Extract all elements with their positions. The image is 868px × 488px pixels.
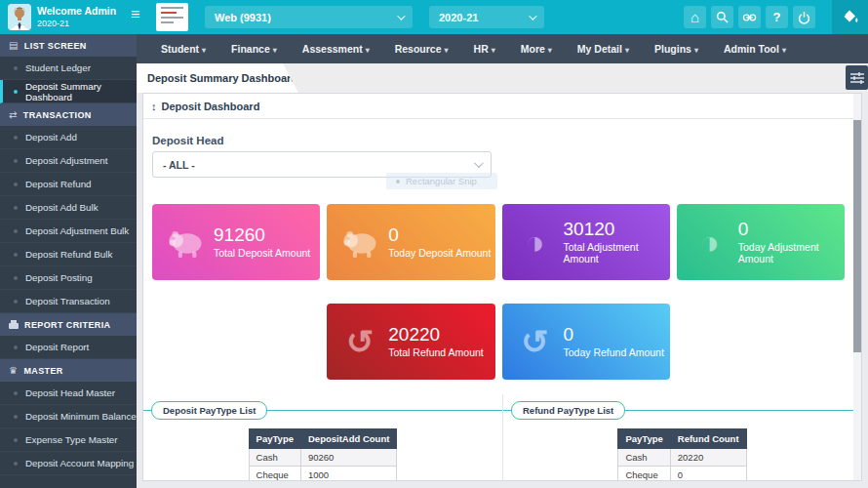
sidebar-item-deposit-minimum-balance[interactable]: Deposit Minimum Balance	[0, 405, 137, 428]
menu-assessment[interactable]: Assessment▾	[290, 43, 382, 55]
menu-student[interactable]: Student▾	[148, 43, 218, 55]
sidebar-item-student-ledger[interactable]: Student Ledger	[0, 57, 137, 80]
avatar[interactable]	[8, 4, 31, 30]
bullet-icon	[14, 136, 18, 140]
menu-hr[interactable]: HR▾	[461, 43, 508, 55]
search-button[interactable]	[711, 6, 733, 28]
question-icon: ?	[773, 10, 781, 24]
logout-button[interactable]	[793, 6, 815, 28]
table-row: Cheque 0	[618, 467, 746, 481]
card-value: 30120	[564, 220, 670, 240]
sidebar-item-deposit-head-master[interactable]: Deposit Head Master	[0, 382, 137, 405]
bullet-icon	[14, 415, 18, 419]
help-button[interactable]: ?	[766, 6, 788, 28]
menu-finance[interactable]: Finance▾	[218, 43, 290, 55]
breadcrumb: ↕ Deposit Dashboard	[143, 94, 861, 119]
hamburger-menu-icon[interactable]: ≡	[131, 6, 139, 23]
sidebar-item-label: Deposit Account Mapping	[25, 458, 134, 468]
caret-down-icon: ▾	[548, 46, 552, 55]
menu-label: More	[521, 43, 545, 55]
sidebar-item-deposit-adjustment[interactable]: Deposit Adjustment	[0, 149, 137, 173]
undo-icon: ↺	[515, 325, 556, 358]
caret-down-icon: ▾	[625, 46, 629, 55]
menu-label: My Detail	[577, 43, 622, 55]
sidebar-item-deposit-summary-dashboard[interactable]: Deposit Summary Dashboard	[0, 80, 137, 103]
user-avatar-icon	[8, 4, 31, 30]
menu-more[interactable]: More▾	[508, 43, 565, 55]
card-today-adjustment: ◑ 0Today Adjustment Amount	[677, 204, 845, 280]
card-total-refund: ↺ 20220Total Refund Amount	[327, 304, 494, 380]
sidebar-item-deposit-account-mapping[interactable]: Deposit Account Mapping	[0, 452, 137, 475]
bullet-icon	[14, 159, 18, 163]
sidebar-item-label: Deposit Transaction	[25, 296, 110, 306]
card-label: Today Deposit Amount	[388, 247, 491, 259]
sidebar-item-expense-type-master[interactable]: Expense Type Master	[0, 428, 137, 452]
menu-label: HR	[474, 43, 489, 55]
column-header: Refund Count	[670, 429, 746, 449]
column-header: DepositAdd Count	[300, 429, 396, 449]
deposit-paytype-legend: Deposit PayType List	[151, 401, 267, 420]
table-row: Cash 20220	[618, 449, 746, 467]
section-title: TRANSACTION	[23, 110, 92, 120]
card-label: Total Adjustment Amount	[564, 241, 670, 264]
card-today-deposit: 0Today Deposit Amount	[327, 204, 494, 280]
link-icon	[742, 13, 757, 22]
sidebar-item-deposit-posting[interactable]: Deposit Posting	[0, 266, 137, 290]
adjust-icon: ◑	[690, 225, 730, 259]
sidebar-item-label: Deposit Add Bulk	[25, 202, 99, 213]
card-value: 0	[388, 225, 491, 246]
card-value: 0	[738, 220, 845, 240]
theme-button[interactable]	[832, 0, 868, 34]
main-area: Student▾ Finance▾ Assessment▾ Resource▾ …	[137, 34, 868, 488]
home-button[interactable]: ⌂	[684, 6, 706, 28]
vertical-scrollbar[interactable]	[853, 94, 861, 480]
menu-admin-tool[interactable]: Admin Tool▾	[711, 43, 799, 55]
bullet-icon	[14, 90, 18, 94]
tab-options-button[interactable]	[846, 65, 868, 90]
bullet-icon	[14, 438, 18, 442]
deposit-paytype-section: Deposit PayType List PayType DepositAdd …	[143, 394, 502, 480]
dashboard-panel: ↕ Deposit Dashboard Deposit Head - ALL -…	[142, 93, 862, 481]
sidebar-item-deposit-transaction[interactable]: Deposit Transaction	[0, 290, 137, 313]
sidebar-item-deposit-report[interactable]: Deposit Report	[0, 336, 137, 359]
sidebar-item-deposit-add-bulk[interactable]: Deposit Add Bulk	[0, 196, 137, 220]
card-value: 91260	[214, 225, 310, 246]
bullet-icon	[14, 391, 18, 395]
card-label: Total Deposit Amount	[214, 247, 310, 259]
menu-resource[interactable]: Resource▾	[382, 43, 461, 55]
bullet-icon	[14, 229, 18, 233]
cell-count: 1000	[300, 467, 396, 481]
web-version-dropdown[interactable]: Web (9931)	[205, 6, 413, 28]
card-total-deposit: 91260Total Deposit Amount	[152, 204, 320, 280]
bullet-icon	[14, 346, 18, 349]
sidebar-item-deposit-refund-bulk[interactable]: Deposit Refund Bulk	[0, 243, 137, 266]
caret-down-icon: ▾	[273, 46, 277, 55]
sidebar: ▤ LIST SCREEN Student Ledger Deposit Sum…	[0, 34, 137, 488]
sidebar-item-deposit-add[interactable]: Deposit Add	[0, 126, 137, 149]
list-icon: ▤	[9, 40, 19, 51]
scrollbar-thumb[interactable]	[853, 120, 861, 352]
academic-year-dropdown[interactable]: 2020-21	[429, 6, 544, 28]
sidebar-item-deposit-refund[interactable]: Deposit Refund	[0, 173, 137, 196]
menu-label: Admin Tool	[724, 43, 779, 55]
menu-label: Student	[161, 43, 199, 55]
sidebar-item-label: Deposit Adjustment	[25, 155, 107, 166]
menu-my-detail[interactable]: My Detail▾	[565, 43, 642, 55]
sidebar-item-label: Deposit Report	[25, 342, 89, 352]
deposit-head-label: Deposit Head	[152, 135, 861, 146]
sidebar-item-label: Deposit Posting	[25, 272, 93, 283]
caret-down-icon: ▾	[694, 46, 698, 55]
section-title: REPORT CRITERIA	[24, 320, 111, 330]
bullet-icon	[14, 253, 18, 257]
menu-label: Assessment	[302, 43, 363, 55]
chevron-down-icon	[474, 158, 484, 168]
menu-plugins[interactable]: Plugins▾	[642, 43, 711, 55]
link-button[interactable]	[738, 6, 761, 28]
chevron-down-icon	[529, 12, 536, 20]
deposit-head-select[interactable]: - ALL -	[152, 151, 492, 178]
sliders-icon	[850, 72, 864, 84]
tab-deposit-summary-dashboard[interactable]: Deposit Summary Dashboard	[138, 63, 298, 93]
sidebar-item-deposit-adjustment-bulk[interactable]: Deposit Adjustment Bulk	[0, 220, 137, 243]
refund-paytype-section: Refund PayType List PayType Refund Count…	[502, 394, 861, 480]
card-label: Total Refund Amount	[388, 346, 483, 358]
